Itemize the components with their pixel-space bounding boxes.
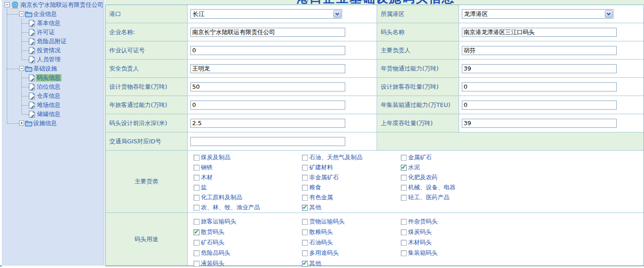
tree-item-label[interactable]: 堆场信息 xyxy=(36,101,61,109)
checkbox[interactable] xyxy=(302,229,308,235)
empty-cell xyxy=(377,132,644,151)
dropdown[interactable]: 龙潭港区 xyxy=(462,9,613,19)
checkbox[interactable] xyxy=(194,240,199,246)
tree-item-label[interactable]: 企业信息 xyxy=(32,10,58,18)
checkbox-item: 危险品码头 xyxy=(194,250,236,256)
text-input[interactable] xyxy=(462,64,617,73)
text-input[interactable] xyxy=(190,64,345,73)
checkbox[interactable] xyxy=(401,195,407,201)
text-input[interactable] xyxy=(462,119,617,128)
checkbox[interactable] xyxy=(194,185,199,191)
minus-expander-icon[interactable] xyxy=(19,11,24,16)
checkbox[interactable] xyxy=(401,240,407,246)
checkbox-item: 件杂货码头 xyxy=(401,218,438,225)
checkbox[interactable] xyxy=(302,250,308,256)
text-input[interactable] xyxy=(190,82,345,91)
minus-expander-icon[interactable] xyxy=(5,2,10,7)
text-input[interactable] xyxy=(462,101,617,110)
checkbox-label: 轻工、医药产品 xyxy=(408,193,450,202)
tree-leaf-item[interactable]: 码头信息 xyxy=(2,73,104,82)
field-label: 年旅客通过能力(万吨) xyxy=(106,96,188,114)
text-input[interactable] xyxy=(190,137,345,146)
checkbox-item: 轻工、医药产品 xyxy=(401,194,455,201)
field-label: 年集装箱通过能力(万TEU) xyxy=(377,96,459,114)
tree-item-label[interactable]: 人员管理 xyxy=(36,56,61,63)
checkbox[interactable] xyxy=(401,185,407,191)
checkbox[interactable] xyxy=(302,195,308,201)
tree-item-label[interactable]: 基本信息 xyxy=(36,20,61,27)
tree-item-label[interactable]: 设施信息 xyxy=(32,120,58,127)
checkbox[interactable] xyxy=(302,165,308,171)
checkbox-label: 旅客运输码头 xyxy=(201,217,236,226)
chevron-down-icon[interactable] xyxy=(605,10,613,18)
text-input[interactable] xyxy=(462,46,617,55)
tree-item-label[interactable]: 危险品附证 xyxy=(36,38,67,45)
tree-item-label[interactable]: 投资情况 xyxy=(36,47,61,54)
tree-item-label[interactable]: 仓库信息 xyxy=(36,92,61,100)
dropdown[interactable]: 长江 xyxy=(190,9,342,19)
plus-expander-icon[interactable] xyxy=(19,121,24,126)
tree-item-label[interactable]: 泊位信息 xyxy=(36,83,61,91)
tree-leaf-item[interactable]: 许可证 xyxy=(2,28,104,37)
checkbox[interactable] xyxy=(194,165,199,171)
tree-leaf-item[interactable]: 泊位信息 xyxy=(2,82,104,91)
tree-leaf-item[interactable]: 堆场信息 xyxy=(2,101,104,110)
checkbox[interactable] xyxy=(194,195,199,201)
tree-root-item[interactable]: 南京长宁水陆联运有限责任公司 xyxy=(2,0,104,10)
text-input[interactable] xyxy=(462,82,617,91)
text-input[interactable] xyxy=(190,46,345,55)
tree-item-label[interactable]: 基础设施 xyxy=(32,65,58,72)
checkbox[interactable] xyxy=(302,175,308,181)
checkbox[interactable] xyxy=(401,229,407,235)
checkbox[interactable] xyxy=(194,229,199,235)
text-input[interactable] xyxy=(462,28,617,37)
text-input[interactable] xyxy=(190,101,345,110)
checkbox[interactable] xyxy=(401,175,407,181)
checkbox[interactable] xyxy=(302,155,308,161)
tree-leaf-item[interactable]: 危险品附证 xyxy=(2,37,104,46)
checkbox[interactable] xyxy=(194,261,199,267)
tree-leaf-item[interactable]: 基本信息 xyxy=(2,19,104,28)
checkbox[interactable] xyxy=(401,219,407,225)
checkbox[interactable] xyxy=(194,175,199,181)
checkbox[interactable] xyxy=(401,165,407,171)
minus-expander-icon[interactable] xyxy=(19,66,24,71)
checkbox[interactable] xyxy=(401,250,407,256)
tree-item-label[interactable]: 码头信息 xyxy=(36,74,61,81)
text-input[interactable] xyxy=(190,119,345,128)
checkbox[interactable] xyxy=(194,205,199,211)
tree-leaf-item[interactable]: 储罐信息 xyxy=(2,110,104,119)
checkbox[interactable] xyxy=(302,240,308,246)
page-icon xyxy=(29,74,35,83)
tree-item-label[interactable]: 储罐信息 xyxy=(36,111,61,118)
checkbox-label: 货物运输码头 xyxy=(309,217,345,226)
checkbox[interactable] xyxy=(302,219,308,225)
tree-item-label[interactable]: 许可证 xyxy=(36,29,56,36)
page-icon xyxy=(29,38,35,47)
tree-leaf-item[interactable]: 人员管理 xyxy=(2,55,104,64)
checkbox[interactable] xyxy=(302,185,308,191)
checkbox-label: 粮食 xyxy=(309,183,321,192)
tree-connector xyxy=(22,78,29,78)
checkbox[interactable] xyxy=(302,205,308,211)
checkbox-item: 化肥及农药 xyxy=(401,174,455,181)
checkbox[interactable] xyxy=(302,261,308,267)
checkbox-label: 盐 xyxy=(201,183,207,192)
checkbox[interactable] xyxy=(401,155,407,161)
checkbox-label: 木材 xyxy=(201,173,213,182)
checkbox-label: 集装箱码头 xyxy=(408,249,438,257)
dropdown-value: 龙潭港区 xyxy=(462,10,488,18)
checkbox-item: 非金属矿石 xyxy=(302,174,363,181)
tree-leaf-item[interactable]: 投资情况 xyxy=(2,46,104,55)
checkbox-item: 煤炭码头 xyxy=(401,229,438,235)
checkbox[interactable] xyxy=(194,219,199,225)
checkbox[interactable] xyxy=(194,155,199,161)
chevron-down-icon[interactable] xyxy=(333,10,341,18)
text-input[interactable] xyxy=(190,28,345,37)
tree-leaf-item[interactable]: 仓库信息 xyxy=(2,91,104,101)
checkbox-label: 矿石码头 xyxy=(201,238,225,247)
tree-item-label[interactable]: 南京长宁水陆联运有限责任公司 xyxy=(20,1,104,9)
field-label: 设计旅客吞吐量(万吨) xyxy=(377,78,459,96)
checkbox[interactable] xyxy=(194,250,199,256)
field-label: 主要负责人 xyxy=(377,41,459,60)
